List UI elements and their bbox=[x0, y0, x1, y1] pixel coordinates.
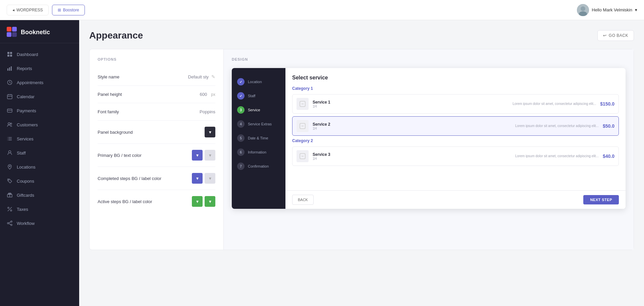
step-label-service: Service bbox=[248, 108, 260, 112]
sidebar-nav: Dashboard Reports Appointments bbox=[0, 43, 79, 306]
sidebar-item-label: Workflow bbox=[17, 221, 35, 226]
completed-steps-controls: ▾ ▾ bbox=[192, 173, 215, 184]
list-icon bbox=[7, 136, 13, 142]
sidebar-item-label: Coupons bbox=[17, 179, 34, 184]
widget-step-extras: 4 Service Extras bbox=[232, 117, 285, 131]
sidebar-item-coupons[interactable]: Coupons bbox=[0, 174, 79, 188]
tab-boostore[interactable]: ⊞ Boostore bbox=[52, 5, 85, 15]
widget-title: Select service bbox=[292, 75, 619, 81]
service-duration-1: 1H bbox=[313, 105, 508, 108]
widget-step-service: 3 Service bbox=[232, 103, 285, 117]
design-panel: DESIGN ✓ Location ✓ Staff bbox=[224, 49, 634, 250]
svg-rect-5 bbox=[7, 32, 11, 37]
primary-color-controls: ▾ ▾ bbox=[192, 150, 215, 161]
service-info-1: Service 1 1H bbox=[313, 100, 508, 108]
svg-point-37 bbox=[10, 210, 12, 211]
svg-rect-8 bbox=[10, 52, 12, 54]
workflow-icon bbox=[7, 220, 13, 226]
sidebar-item-reports[interactable]: Reports bbox=[0, 61, 79, 75]
sidebar-item-services[interactable]: Services bbox=[0, 132, 79, 146]
step-icon-confirmation: 7 bbox=[237, 163, 245, 170]
completed-label-color-button[interactable]: ▾ bbox=[205, 173, 215, 184]
svg-point-21 bbox=[8, 123, 10, 125]
sidebar-item-label: Calendar bbox=[17, 94, 35, 99]
sidebar-item-customers[interactable]: Customers bbox=[0, 118, 79, 132]
clock-icon bbox=[7, 79, 13, 85]
sidebar-item-label: Customers bbox=[17, 122, 38, 127]
widget-next-button[interactable]: NEXT STEP bbox=[583, 195, 619, 204]
primary-bg-color-button[interactable]: ▾ bbox=[192, 150, 203, 161]
sidebar-item-workflow[interactable]: Workflow bbox=[0, 216, 79, 230]
panel-bg-label: Panel background bbox=[98, 130, 133, 135]
go-back-button[interactable]: ↩ GO BACK bbox=[597, 30, 634, 41]
service-card-1[interactable]: Service 1 1H Lorem ipsum dolor sit amet,… bbox=[292, 94, 619, 114]
svg-point-22 bbox=[10, 123, 12, 124]
users-icon bbox=[7, 122, 13, 128]
percent-icon bbox=[7, 206, 13, 212]
style-name-label: Style name bbox=[98, 74, 119, 79]
widget-back-button[interactable]: BACK bbox=[292, 195, 314, 205]
svg-point-36 bbox=[8, 207, 9, 208]
active-bg-color-button[interactable]: ▾ bbox=[192, 196, 203, 207]
font-family-label: Font family bbox=[98, 109, 119, 114]
sidebar-item-calendar[interactable]: Calendar bbox=[0, 89, 79, 104]
svg-point-39 bbox=[11, 221, 12, 222]
style-name-row: Style name Default sty ✎ bbox=[98, 68, 215, 86]
sidebar-item-taxes[interactable]: Taxes bbox=[0, 202, 79, 216]
sidebar-item-label: Dashboard bbox=[17, 52, 38, 57]
service-desc-2: Lorem ipsum dolor sit amet, consectetur … bbox=[515, 124, 599, 128]
step-label-staff: Staff bbox=[248, 94, 255, 98]
step-icon-information: 6 bbox=[237, 148, 245, 156]
service-price-1: $150.0 bbox=[600, 101, 614, 107]
topbar-right: Hello Mark Velmiskin ▾ bbox=[577, 4, 637, 16]
page-title: Appearance bbox=[89, 30, 143, 41]
sidebar-item-label: Reports bbox=[17, 66, 32, 71]
tab-wordpress[interactable]: ◂ WORDPRESS bbox=[7, 5, 49, 15]
panel-bg-color-button[interactable]: ▾ bbox=[205, 127, 215, 137]
svg-point-31 bbox=[8, 180, 9, 180]
primary-text-color-button[interactable]: ▾ bbox=[205, 150, 215, 161]
widget-step-staff: ✓ Staff bbox=[232, 89, 285, 103]
px-unit: px bbox=[211, 92, 215, 97]
map-pin-icon bbox=[7, 164, 13, 170]
completed-bg-color-button[interactable]: ▾ bbox=[192, 173, 203, 184]
step-label-confirmation: Confirmation bbox=[248, 164, 269, 168]
svg-line-41 bbox=[9, 222, 11, 223]
svg-point-1 bbox=[581, 6, 585, 11]
sidebar-item-dashboard[interactable]: Dashboard bbox=[0, 47, 79, 61]
sidebar-item-appointments[interactable]: Appointments bbox=[0, 75, 79, 89]
svg-point-38 bbox=[7, 223, 9, 224]
sidebar-item-payments[interactable]: Payments bbox=[0, 104, 79, 118]
calendar-icon bbox=[7, 94, 13, 100]
avatar bbox=[577, 4, 589, 16]
active-label-color-button[interactable]: ▾ bbox=[205, 196, 215, 207]
step-label-information: Information bbox=[248, 150, 266, 154]
options-section-title: OPTIONS bbox=[98, 57, 215, 61]
chevron-down-icon: ▾ bbox=[635, 7, 637, 12]
active-steps-label: Active steps BG / label color bbox=[98, 199, 152, 204]
svg-rect-13 bbox=[11, 66, 12, 71]
svg-line-35 bbox=[8, 207, 12, 211]
step-label-extras: Service Extras bbox=[248, 122, 272, 126]
sidebar-item-locations[interactable]: Locations bbox=[0, 160, 79, 174]
widget-step-datetime: 5 Date & Time bbox=[232, 131, 285, 145]
grid-icon bbox=[7, 51, 13, 57]
edit-icon[interactable]: ✎ bbox=[211, 74, 215, 79]
service-card-3[interactable]: Service 3 1H Lorem ipsum dolor sit amet,… bbox=[292, 146, 619, 166]
sidebar-item-staff[interactable]: Staff bbox=[0, 146, 79, 160]
sidebar-item-giftcards[interactable]: Giftcards bbox=[0, 188, 79, 202]
gift-icon bbox=[7, 192, 13, 198]
options-panel: OPTIONS Style name Default sty ✎ Panel h… bbox=[90, 49, 224, 250]
service-card-2[interactable]: Service 2 1H Lorem ipsum dolor sit amet,… bbox=[292, 116, 619, 136]
brand-logo-icon bbox=[7, 27, 17, 38]
svg-rect-3 bbox=[7, 27, 11, 32]
user-icon bbox=[7, 150, 13, 156]
service-info-3: Service 3 1H bbox=[313, 152, 511, 161]
sidebar-brand: Booknetic bbox=[0, 20, 79, 43]
bar-chart-icon bbox=[7, 65, 13, 71]
user-menu[interactable]: Hello Mark Velmiskin ▾ bbox=[577, 4, 637, 16]
service-desc-1: Lorem ipsum dolor sit amet, consectetur … bbox=[513, 102, 596, 106]
step-label-datetime: Date & Time bbox=[248, 136, 268, 140]
svg-rect-19 bbox=[7, 109, 12, 112]
widget-content: Select service Category 1 Service 1 bbox=[285, 68, 626, 190]
